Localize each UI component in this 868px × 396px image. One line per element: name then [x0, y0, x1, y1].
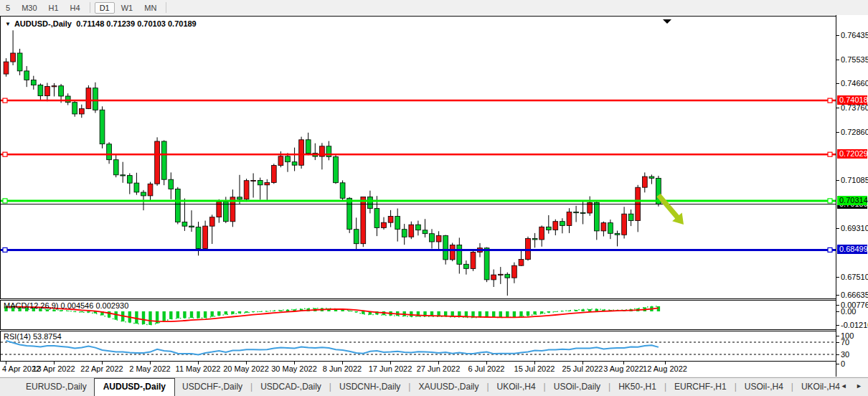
axis-tick — [836, 342, 839, 343]
rsi-indicator-panel[interactable]: RSI(14) 53.8754 — [0, 331, 836, 362]
timeframe-button-h1[interactable]: H1 — [44, 2, 64, 14]
symbol-dropdown-icon[interactable]: ▼ — [5, 21, 11, 27]
date-axis-label: 11 May 2022 — [176, 364, 221, 373]
line-handle[interactable] — [3, 152, 7, 156]
date-axis-label: 8 Jun 2022 — [323, 364, 362, 373]
price-axis-label: 0.69310 — [841, 224, 868, 232]
date-axis[interactable]: 4 Apr 202213 Apr 202222 Apr 20222 May 20… — [0, 362, 836, 377]
scroll-marker-icon[interactable] — [663, 19, 671, 24]
tab-hk50-h1[interactable]: HK50-,H1 — [611, 378, 664, 396]
price-axis-label: 0.76435 — [841, 31, 868, 39]
timeframe-button-h4[interactable]: H4 — [65, 2, 85, 14]
tab-eurchf-h1[interactable]: EURCHF-,H1 — [667, 378, 734, 396]
timeframe-button-d1[interactable]: D1 — [95, 2, 115, 14]
tab-scroll-left-icon[interactable]: ◄ — [841, 382, 847, 390]
line-handle[interactable] — [828, 199, 832, 203]
price-line-badge: 0.70314 — [837, 196, 867, 205]
tab-usoil-daily[interactable]: USOil-,Daily — [547, 378, 608, 396]
date-axis-label: 17 Jun 2022 — [369, 364, 412, 373]
line-handle[interactable] — [3, 98, 7, 103]
axis-tick — [836, 305, 839, 306]
axis-tick — [836, 295, 839, 296]
price-axis[interactable]: 0.764350.755350.746600.737600.728600.710… — [836, 15, 868, 377]
date-axis-label: 13 Apr 2022 — [32, 364, 75, 373]
macd-axis-label: 0.00 — [841, 307, 856, 316]
price-axis-label: 0.74660 — [841, 79, 868, 88]
line-handle[interactable] — [828, 248, 832, 252]
timeframe-button-mn[interactable]: MN — [139, 2, 161, 14]
rsi-axis-label: 0 — [841, 359, 845, 368]
price-axis-label: 0.71085 — [841, 176, 868, 184]
date-axis-label: 12 Aug 2022 — [643, 364, 687, 373]
date-axis-label: 22 Apr 2022 — [80, 364, 123, 373]
axis-tick — [836, 35, 839, 36]
axis-tick — [836, 277, 839, 278]
axis-tick — [836, 336, 839, 336]
axis-tick — [836, 180, 839, 181]
date-axis-label: 6 Jul 2022 — [468, 364, 505, 373]
timeframe-button-m30[interactable]: M30 — [16, 2, 42, 14]
line-handle[interactable] — [828, 152, 832, 156]
axis-tick — [836, 364, 839, 364]
axis-tick — [836, 132, 839, 133]
axis-tick — [836, 228, 839, 229]
chart-title: ▼AUDUSD-,Daily 0.71148 0.71239 0.70103 0… — [5, 19, 197, 28]
rsi-axis-label: 70 — [841, 338, 849, 346]
macd-indicator-panel[interactable]: MACD(12,26,9) 0.004546 0.002930 — [0, 300, 836, 330]
rsi-axis-label: 30 — [841, 350, 849, 359]
line-handle[interactable] — [3, 248, 7, 252]
macd-axis-label: -0.012101 — [841, 321, 868, 329]
tab-scroll-right-icon[interactable]: ► — [856, 382, 862, 390]
tab-usdchf-daily[interactable]: USDCHF-,Daily — [175, 378, 250, 396]
timeframe-button-5[interactable]: 5 — [1, 2, 15, 14]
chart-region: ▼AUDUSD-,Daily 0.71148 0.71239 0.70103 0… — [0, 15, 868, 377]
tab-usdcad-daily[interactable]: USDCAD-,Daily — [253, 378, 329, 396]
axis-tick — [836, 354, 839, 355]
date-axis-label: 27 Jun 2022 — [417, 364, 461, 373]
date-axis-label: 2 May 2022 — [129, 364, 170, 373]
date-axis-label: 3 Aug 2022 — [603, 364, 643, 373]
axis-tick — [836, 83, 839, 84]
macd-label: MACD(12,26,9) 0.004546 0.002930 — [4, 301, 128, 310]
date-axis-label: 15 Jul 2022 — [514, 364, 555, 373]
axis-tick — [836, 325, 839, 326]
price-axis-label: 0.75535 — [841, 55, 868, 64]
price-line-badge: 0.74018 — [837, 95, 867, 105]
line-handle[interactable] — [3, 199, 7, 203]
chart-title-symbol: AUDUSD-,Daily — [14, 19, 72, 28]
toolbar-divider — [90, 2, 90, 13]
tab-scroll-arrows: ◄ ► — [834, 382, 862, 390]
candlesticks — [4, 30, 661, 296]
rsi-line — [6, 341, 659, 355]
toolbar-divider — [166, 2, 166, 13]
date-axis-label: 20 May 2022 — [223, 364, 269, 373]
price-axis-label: 0.67510 — [841, 273, 868, 281]
tab-ukoil-h4[interactable]: UKOil-,H4 — [490, 378, 543, 396]
price-axis-label: 0.66635 — [841, 291, 868, 299]
timeframe-toolbar: 5M30H1H4D1W1MN — [0, 0, 868, 16]
axis-tick — [836, 60, 839, 60]
date-axis-label: 30 May 2022 — [271, 364, 317, 373]
price-line-badge: 0.72029 — [837, 149, 867, 159]
tab-eurusd-daily[interactable]: EURUSD-,Daily — [19, 378, 94, 396]
rsi-canvas — [1, 331, 836, 361]
line-handle[interactable] — [828, 98, 832, 103]
price-axis-label: 0.72860 — [841, 128, 868, 136]
down-arrow-annotation[interactable] — [656, 194, 684, 225]
price-chart-canvas — [1, 16, 836, 298]
rsi-label: RSI(14) 53.8754 — [4, 332, 62, 341]
tab-xauusd-daily[interactable]: XAUUSD-,Daily — [411, 378, 486, 396]
tab-usdcnh-daily[interactable]: USDCNH-,Daily — [332, 378, 407, 396]
price-chart-panel[interactable]: ▼AUDUSD-,Daily 0.71148 0.71239 0.70103 0… — [0, 16, 836, 299]
date-axis-label: 25 Jul 2022 — [562, 364, 603, 373]
price-line-badge: 0.68499 — [837, 245, 867, 254]
chart-title-ohlc: 0.71148 0.71239 0.70103 0.70189 — [76, 19, 197, 28]
tab-usoil-h4[interactable]: USOil-,H4 — [737, 378, 791, 396]
timeframe-button-w1[interactable]: W1 — [116, 2, 138, 14]
symbol-tab-bar: EURUSD-,DailyAUDUSD-,DailyUSDCHF-,Daily|… — [0, 377, 868, 396]
tab-audusd-daily[interactable]: AUDUSD-,Daily — [94, 378, 175, 396]
axis-tick — [836, 311, 839, 312]
axis-tick — [836, 108, 839, 108]
